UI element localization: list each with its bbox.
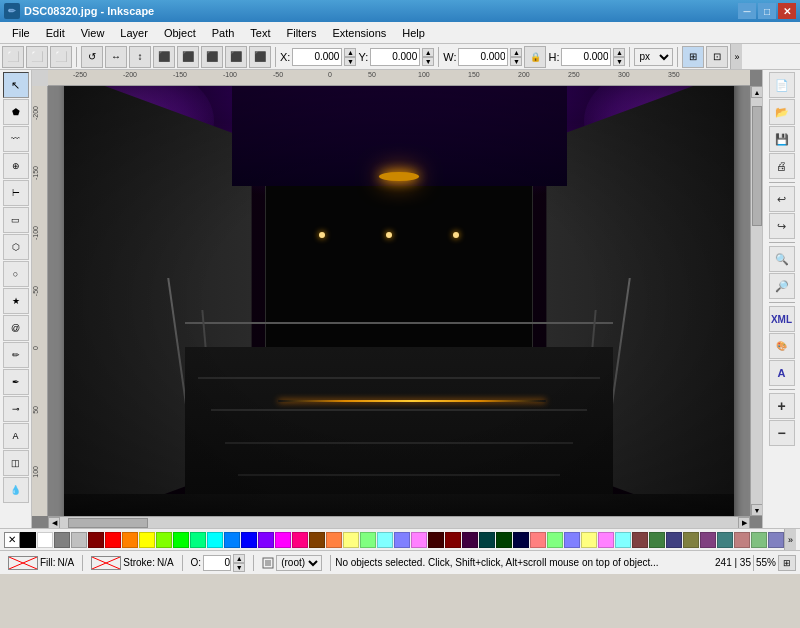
color-swatch-extra-13[interactable]: [751, 532, 767, 548]
new-doc-btn[interactable]: 📄: [769, 72, 795, 98]
snap-status-btn[interactable]: ⊞: [778, 555, 796, 571]
gradient-tool[interactable]: ◫: [3, 450, 29, 476]
color-swatch-1[interactable]: [37, 532, 53, 548]
color-swatch-4[interactable]: [88, 532, 104, 548]
rotate-btn[interactable]: ↺: [81, 46, 103, 68]
menu-item-help[interactable]: Help: [394, 25, 433, 41]
menu-item-layer[interactable]: Layer: [112, 25, 156, 41]
h-up[interactable]: ▲: [613, 48, 625, 57]
color-swatch-18[interactable]: [326, 532, 342, 548]
opacity-down[interactable]: ▼: [233, 563, 245, 572]
w-input[interactable]: [458, 48, 508, 66]
color-swatch-26[interactable]: [462, 532, 478, 548]
flip-v-btn[interactable]: ↕: [129, 46, 151, 68]
color-swatch-14[interactable]: [258, 532, 274, 548]
no-color-btn[interactable]: ✕: [4, 532, 20, 548]
callig-tool[interactable]: ⊸: [3, 396, 29, 422]
node-snap-btn[interactable]: ⬜: [26, 46, 48, 68]
scroll-v-up[interactable]: ▲: [751, 86, 762, 98]
text-tool[interactable]: A: [3, 423, 29, 449]
color-swatch-28[interactable]: [496, 532, 512, 548]
color-swatch-16[interactable]: [292, 532, 308, 548]
pen-tool[interactable]: ✒: [3, 369, 29, 395]
menu-item-edit[interactable]: Edit: [38, 25, 73, 41]
color-swatch-extra-9[interactable]: [683, 532, 699, 548]
y-input[interactable]: [370, 48, 420, 66]
zoom-out-btn[interactable]: 🔎: [769, 273, 795, 299]
color-swatch-0[interactable]: [20, 532, 36, 548]
color-swatch-24[interactable]: [428, 532, 444, 548]
scroll-h-left[interactable]: ◀: [48, 517, 60, 528]
scrollbar-horizontal[interactable]: ◀ ▶: [48, 516, 750, 528]
star-tool[interactable]: ★: [3, 288, 29, 314]
color-swatch-13[interactable]: [241, 532, 257, 548]
redo-btn[interactable]: ↪: [769, 213, 795, 239]
opacity-up[interactable]: ▲: [233, 554, 245, 563]
menu-item-extensions[interactable]: Extensions: [324, 25, 394, 41]
snap-options-btn[interactable]: ⊡: [706, 46, 728, 68]
print-btn[interactable]: 🖨: [769, 153, 795, 179]
color-swatch-extra-11[interactable]: [717, 532, 733, 548]
undo-btn[interactable]: ↩: [769, 186, 795, 212]
color-swatch-extra-10[interactable]: [700, 532, 716, 548]
y-down[interactable]: ▼: [422, 57, 434, 66]
color-swatch-20[interactable]: [360, 532, 376, 548]
color-swatch-27[interactable]: [479, 532, 495, 548]
open-btn[interactable]: 📂: [769, 99, 795, 125]
menu-item-path[interactable]: Path: [204, 25, 243, 41]
h-down[interactable]: ▼: [613, 57, 625, 66]
color-swatch-7[interactable]: [139, 532, 155, 548]
toolbar-expand[interactable]: »: [730, 44, 742, 69]
color-swatch-25[interactable]: [445, 532, 461, 548]
zoom-snap-btn[interactable]: ⬜: [50, 46, 72, 68]
color-swatch-extra-7[interactable]: [649, 532, 665, 548]
x-down[interactable]: ▼: [344, 57, 356, 66]
scroll-v-down[interactable]: ▼: [751, 504, 762, 516]
stroke-color-box[interactable]: [91, 556, 121, 570]
color-swatch-2[interactable]: [54, 532, 70, 548]
scroll-h-right[interactable]: ▶: [738, 517, 750, 528]
cube-tool[interactable]: ⬡: [3, 234, 29, 260]
color-swatch-19[interactable]: [343, 532, 359, 548]
dropper-tool[interactable]: 💧: [3, 477, 29, 503]
canvas-scroll[interactable]: [48, 86, 750, 516]
select-tool[interactable]: ↖: [3, 72, 29, 98]
flip-h-btn[interactable]: ↔: [105, 46, 127, 68]
node-tool[interactable]: ⬟: [3, 99, 29, 125]
color-swatch-extra-0[interactable]: [530, 532, 546, 548]
color-swatch-extra-2[interactable]: [564, 532, 580, 548]
x-up[interactable]: ▲: [344, 48, 356, 57]
color-swatch-extra-12[interactable]: [734, 532, 750, 548]
color-swatch-extra-3[interactable]: [581, 532, 597, 548]
dist-h-btn[interactable]: ⬛: [225, 46, 247, 68]
align-r-btn[interactable]: ⬛: [201, 46, 223, 68]
menu-item-object[interactable]: Object: [156, 25, 204, 41]
zoom-tool[interactable]: ⊕: [3, 153, 29, 179]
color-swatch-extra-4[interactable]: [598, 532, 614, 548]
spiral-tool[interactable]: @: [3, 315, 29, 341]
color-swatch-23[interactable]: [411, 532, 427, 548]
layer-select[interactable]: (root): [276, 555, 322, 571]
align-l-btn[interactable]: ⬛: [153, 46, 175, 68]
measure-tool[interactable]: ⊢: [3, 180, 29, 206]
color-swatch-21[interactable]: [377, 532, 393, 548]
text-tool-r-btn[interactable]: A: [769, 360, 795, 386]
menu-item-text[interactable]: Text: [242, 25, 278, 41]
scroll-v-thumb[interactable]: [752, 106, 762, 226]
close-button[interactable]: ✕: [778, 3, 796, 19]
color-swatch-extra-8[interactable]: [666, 532, 682, 548]
dist-v-btn[interactable]: ⬛: [249, 46, 271, 68]
scrollbar-vertical[interactable]: ▲ ▼: [750, 86, 762, 516]
color-swatch-22[interactable]: [394, 532, 410, 548]
fill-color-box[interactable]: [8, 556, 38, 570]
palette-expand[interactable]: »: [784, 529, 796, 550]
w-up[interactable]: ▲: [510, 48, 522, 57]
color-swatch-extra-5[interactable]: [615, 532, 631, 548]
circle-tool[interactable]: ○: [3, 261, 29, 287]
h-input[interactable]: [561, 48, 611, 66]
color-swatch-10[interactable]: [190, 532, 206, 548]
minimize-button[interactable]: ─: [738, 3, 756, 19]
color-swatch-12[interactable]: [224, 532, 240, 548]
color-swatch-8[interactable]: [156, 532, 172, 548]
color-swatch-9[interactable]: [173, 532, 189, 548]
